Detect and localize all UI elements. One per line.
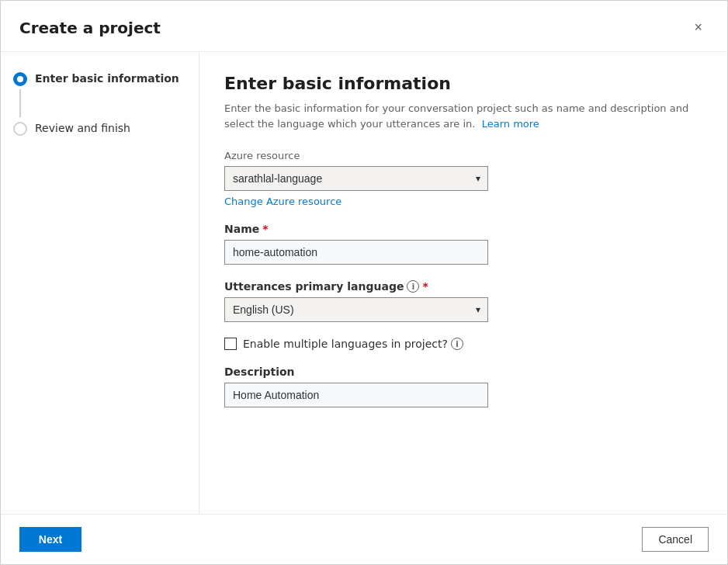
multiple-languages-label: Enable multiple languages in project? i xyxy=(243,338,463,350)
multiple-languages-info-icon[interactable]: i xyxy=(451,338,463,350)
azure-resource-group: Azure resource sarathlal-language ▾ Chan… xyxy=(224,150,702,207)
step-circle-2 xyxy=(13,122,27,136)
azure-resource-label: Azure resource xyxy=(224,150,702,161)
name-label-row: Name * xyxy=(224,223,702,235)
step-review-finish[interactable]: Review and finish xyxy=(13,120,186,136)
multiple-languages-row: Enable multiple languages in project? i xyxy=(224,338,702,350)
utterances-label-row: Utterances primary language i * xyxy=(224,280,702,293)
step-left-2 xyxy=(13,120,27,136)
step-enter-basic-info[interactable]: Enter basic information xyxy=(13,71,186,120)
step-circle-1 xyxy=(13,72,27,86)
utterances-select[interactable]: English (US) Spanish (Spain) French (Fra… xyxy=(224,297,488,322)
utterances-required-star: * xyxy=(422,280,428,293)
learn-more-link[interactable]: Learn more xyxy=(482,118,539,130)
name-required-star: * xyxy=(262,223,268,235)
name-input[interactable] xyxy=(224,240,488,265)
description-label-row: Description xyxy=(224,366,702,378)
multiple-languages-checkbox[interactable] xyxy=(224,338,237,350)
utterances-select-wrapper: English (US) Spanish (Spain) French (Fra… xyxy=(224,297,488,322)
description-label: Description xyxy=(224,366,295,378)
name-group: Name * xyxy=(224,223,702,265)
description-group: Description xyxy=(224,366,702,407)
step-label-1: Enter basic information xyxy=(35,71,179,85)
utterances-group: Utterances primary language i * English … xyxy=(224,280,702,322)
multiple-languages-label-text: Enable multiple languages in project? xyxy=(243,338,448,350)
next-button[interactable]: Next xyxy=(19,527,81,552)
azure-resource-select[interactable]: sarathlal-language xyxy=(224,166,488,191)
cancel-button[interactable]: Cancel xyxy=(642,527,709,552)
main-content: Enter basic information Enter the basic … xyxy=(199,52,727,514)
dialog-footer: Next Cancel xyxy=(1,514,727,564)
step-label-2: Review and finish xyxy=(35,120,130,134)
section-description-text: Enter the basic information for your con… xyxy=(224,102,688,130)
dialog-header: Create a project × xyxy=(1,1,727,52)
dialog-title: Create a project xyxy=(19,19,161,37)
close-button[interactable]: × xyxy=(688,16,709,39)
section-description: Enter the basic information for your con… xyxy=(224,101,702,131)
create-project-dialog: Create a project × Enter basic informati… xyxy=(0,0,728,565)
description-input[interactable] xyxy=(224,383,488,407)
utterances-info-icon[interactable]: i xyxy=(407,280,419,293)
dialog-body: Enter basic information Review and finis… xyxy=(1,52,727,514)
change-azure-resource-link[interactable]: Change Azure resource xyxy=(224,196,341,207)
sidebar: Enter basic information Review and finis… xyxy=(1,52,199,514)
name-label: Name xyxy=(224,223,259,235)
azure-resource-select-wrapper: sarathlal-language ▾ xyxy=(224,166,488,191)
section-title: Enter basic information xyxy=(224,74,702,93)
close-icon: × xyxy=(694,19,702,36)
step-connector-1 xyxy=(19,89,21,117)
step-left-1 xyxy=(13,71,27,120)
utterances-label: Utterances primary language xyxy=(224,280,404,293)
